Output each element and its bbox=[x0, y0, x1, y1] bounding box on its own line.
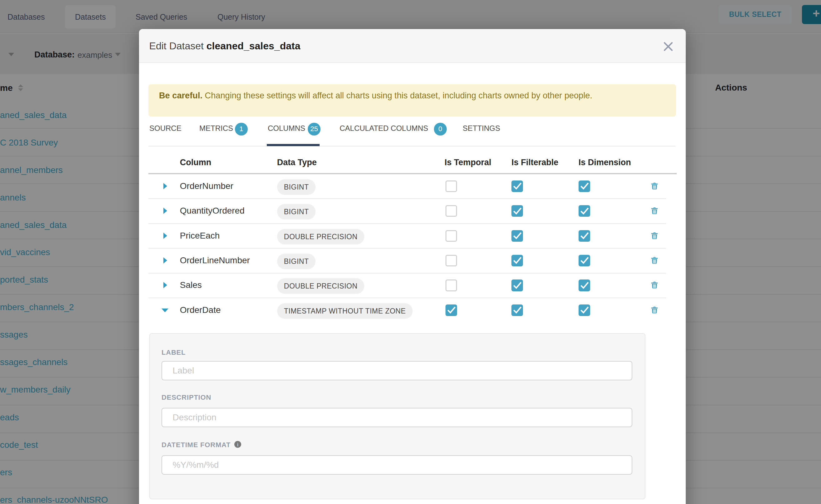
svg-text:i: i bbox=[237, 442, 239, 447]
